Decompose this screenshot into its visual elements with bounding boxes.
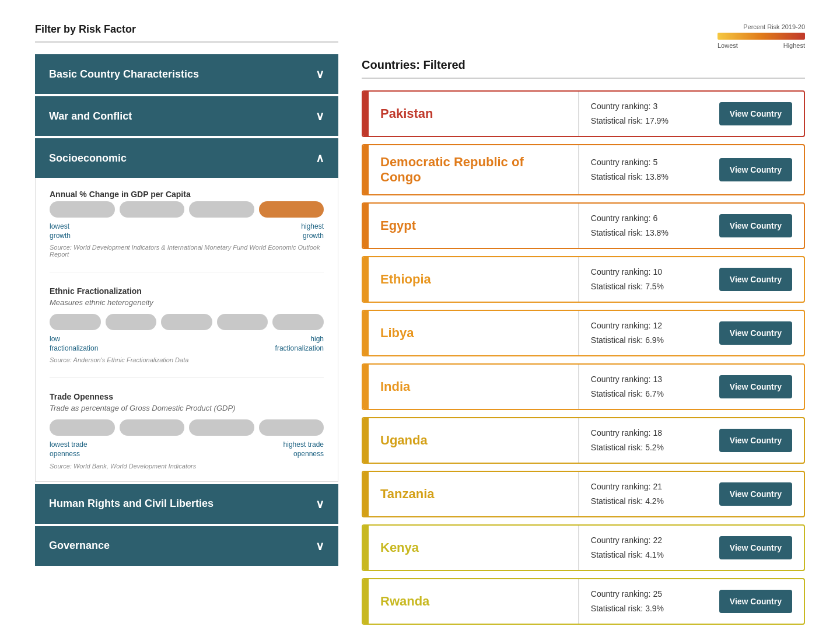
card-color-bar (363, 92, 369, 136)
country-ranking: Country ranking: 12 (591, 318, 696, 333)
country-card: Uganda Country ranking: 18 Statistical r… (362, 417, 805, 464)
country-ranking: Country ranking: 5 (591, 155, 696, 170)
card-button-area: View Country (708, 419, 804, 461)
country-ranking: Country ranking: 18 (591, 426, 696, 440)
accordion-war-conflict: War and Conflict ∨ (35, 96, 338, 136)
accordion-label-basic-country: Basic Country Characteristics (49, 68, 199, 80)
card-color-bar (363, 418, 369, 463)
accordion-header-war-conflict[interactable]: War and Conflict ∨ (35, 96, 338, 136)
slider-seg-gdp-1[interactable] (50, 201, 115, 218)
slider-right-label-ethnic: highfractionalization (275, 335, 324, 353)
view-country-button[interactable]: View Country (719, 268, 792, 291)
card-button-area: View Country (708, 149, 804, 191)
country-risk: Statistical risk: 3.9% (591, 601, 696, 616)
legend-box: Percent Risk 2019-20 Lowest Highest (718, 23, 805, 49)
slider-seg-trade-1[interactable] (50, 419, 115, 436)
source-ethnic: Source: Anderson's Ethnic Fractionalizat… (50, 356, 324, 363)
country-card: Pakistan Country ranking: 3 Statistical … (362, 90, 805, 137)
card-button-area: View Country (708, 473, 804, 515)
card-color-bar (363, 526, 369, 570)
gradient-high-label: Highest (783, 42, 805, 49)
view-country-button[interactable]: View Country (719, 214, 792, 237)
view-country-button[interactable]: View Country (719, 102, 792, 125)
country-name: Democratic Republic of Congo (369, 145, 578, 194)
card-stats: Country ranking: 3 Statistical risk: 17.… (579, 92, 708, 135)
chevron-war-conflict: ∨ (316, 109, 324, 123)
slider-seg-gdp-3[interactable] (189, 201, 254, 218)
country-name: Pakistan (369, 97, 578, 131)
card-stats: Country ranking: 13 Statistical risk: 6.… (579, 365, 708, 408)
slider-track-trade[interactable] (50, 419, 324, 436)
card-button-area: View Country (708, 205, 804, 247)
slider-seg-eth-4[interactable] (217, 314, 268, 330)
country-ranking: Country ranking: 22 (591, 533, 696, 548)
card-button-area: View Country (708, 258, 804, 300)
country-card: Egypt Country ranking: 6 Statistical ris… (362, 202, 805, 249)
filter-group-ethnic: Ethnic Fractionalization Measures ethnic… (50, 286, 324, 378)
slider-seg-eth-3[interactable] (161, 314, 212, 330)
slider-track-gdp[interactable] (50, 201, 324, 218)
card-stats: Country ranking: 10 Statistical risk: 7.… (579, 258, 708, 301)
card-stats: Country ranking: 18 Statistical risk: 5.… (579, 419, 708, 462)
accordion-header-human-rights[interactable]: Human Rights and Civil Liberties ∨ (35, 484, 338, 524)
country-card: Kenya Country ranking: 22 Statistical ri… (362, 524, 805, 571)
country-ranking: Country ranking: 25 (591, 587, 696, 601)
accordion-body-socioeconomic: Annual % Change in GDP per Capita lowest… (35, 178, 338, 482)
country-ranking: Country ranking: 3 (591, 99, 696, 114)
slider-seg-gdp-2[interactable] (120, 201, 185, 218)
country-risk: Statistical risk: 13.8% (591, 170, 696, 184)
country-name: Libya (369, 316, 578, 350)
country-risk: Statistical risk: 6.7% (591, 387, 696, 401)
slider-seg-trade-3[interactable] (189, 419, 254, 436)
country-ranking: Country ranking: 21 (591, 480, 696, 494)
accordion-basic-country: Basic Country Characteristics ∨ (35, 54, 338, 94)
slider-left-label-ethnic: lowfractionalization (50, 335, 98, 353)
legend-area: Percent Risk 2019-20 Lowest Highest (362, 23, 805, 49)
slider-right-label-gdp: highestgrowth (301, 222, 324, 240)
country-card: Rwanda Country ranking: 25 Statistical r… (362, 578, 805, 625)
accordion-header-basic-country[interactable]: Basic Country Characteristics ∨ (35, 54, 338, 94)
legend-label: Percent Risk 2019-20 (718, 23, 805, 30)
accordion-human-rights: Human Rights and Civil Liberties ∨ (35, 484, 338, 524)
right-panel: Percent Risk 2019-20 Lowest Highest Coun… (362, 23, 805, 630)
country-name: Uganda (369, 424, 578, 457)
accordion-header-socioeconomic[interactable]: Socioeconomic ∧ (35, 138, 338, 178)
country-name: Tanzania (369, 477, 578, 511)
slider-seg-eth-2[interactable] (106, 314, 157, 330)
view-country-button[interactable]: View Country (719, 482, 792, 506)
view-country-button[interactable]: View Country (719, 375, 792, 398)
view-country-button[interactable]: View Country (719, 536, 792, 559)
country-ranking: Country ranking: 13 (591, 372, 696, 387)
slider-labels-gdp: lowestgrowth highestgrowth (50, 222, 324, 240)
country-name: Ethiopia (369, 262, 578, 296)
slider-seg-trade-4[interactable] (259, 419, 324, 436)
filter-title-ethnic: Ethnic Fractionalization (50, 286, 324, 296)
country-list: Pakistan Country ranking: 3 Statistical … (362, 90, 805, 625)
slider-right-label-trade: highest tradeopenness (284, 440, 324, 459)
card-color-bar (363, 311, 369, 355)
view-country-button[interactable]: View Country (719, 321, 792, 345)
card-button-area: View Country (708, 312, 804, 354)
card-stats: Country ranking: 6 Statistical risk: 13.… (579, 204, 708, 247)
slider-seg-eth-5[interactable] (272, 314, 324, 330)
slider-seg-gdp-4[interactable] (259, 201, 324, 218)
accordion-label-human-rights: Human Rights and Civil Liberties (49, 498, 214, 510)
country-card: India Country ranking: 13 Statistical ri… (362, 363, 805, 410)
filter-title-trade: Trade Openness (50, 392, 324, 401)
chevron-socioeconomic: ∧ (316, 151, 324, 165)
country-name: India (369, 370, 578, 404)
card-button-area: View Country (708, 580, 804, 622)
chevron-basic-country: ∨ (316, 67, 324, 81)
view-country-button[interactable]: View Country (719, 158, 792, 181)
view-country-button[interactable]: View Country (719, 429, 792, 452)
slider-track-ethnic[interactable] (50, 314, 324, 330)
country-risk: Statistical risk: 4.1% (591, 548, 696, 562)
card-stats: Country ranking: 22 Statistical risk: 4.… (579, 526, 708, 569)
countries-title: Countries: Filtered (362, 58, 805, 79)
card-button-area: View Country (708, 366, 804, 408)
accordion-header-governance[interactable]: Governance ∨ (35, 526, 338, 566)
slider-seg-trade-2[interactable] (120, 419, 185, 436)
card-stats: Country ranking: 5 Statistical risk: 13.… (579, 148, 708, 191)
view-country-button[interactable]: View Country (719, 590, 792, 613)
slider-seg-eth-1[interactable] (50, 314, 101, 330)
